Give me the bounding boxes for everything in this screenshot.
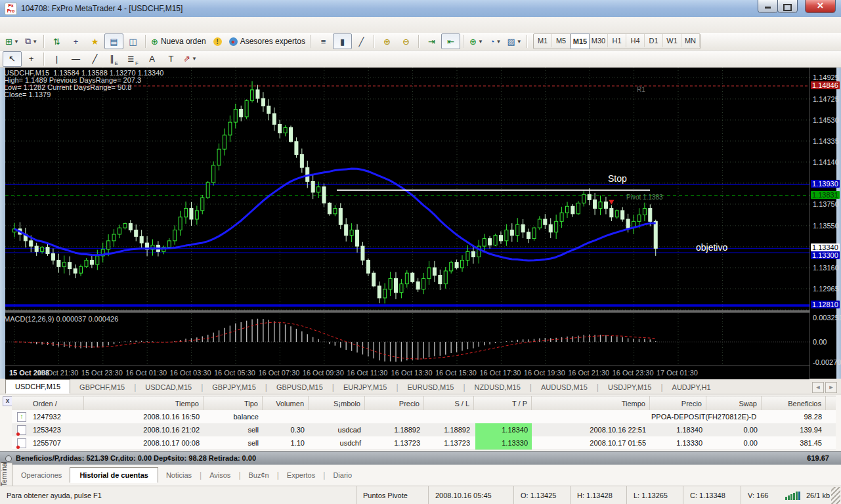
timeframe-m1[interactable]: M1: [534, 34, 552, 47]
text-tool-icon[interactable]: A: [142, 51, 162, 67]
periods-icon[interactable]: ◔▼: [486, 33, 505, 49]
chart-tab-audjpy-h1[interactable]: AUDJPY,H1: [663, 381, 720, 394]
terminal-tab-historial-de-cuentas[interactable]: Historial de cuentas: [70, 467, 158, 483]
chart-tab-gbpjpy-m15[interactable]: GBPJPY,M15: [203, 381, 265, 394]
market-watch-icon[interactable]: ⇅: [47, 33, 66, 49]
fibonacci-tool-icon[interactable]: ≣F: [123, 51, 142, 67]
auto-scroll-icon[interactable]: ⇥: [422, 33, 441, 49]
zoom-out-icon[interactable]: ⊖: [397, 33, 416, 49]
column-header-swap-2[interactable]: Swap: [708, 396, 762, 411]
timeframe-mn[interactable]: MN: [681, 34, 700, 47]
arrows-tool-icon[interactable]: ⇗▼: [181, 51, 200, 67]
trendline-tool-icon[interactable]: ╱: [85, 51, 104, 67]
column-header-precio[interactable]: Precio: [366, 396, 424, 411]
line-chart-mode-icon[interactable]: ╱: [352, 33, 371, 49]
indicators-icon[interactable]: ⊕▼: [467, 33, 486, 49]
new-chart-caret-icon[interactable]: ▼: [14, 39, 19, 45]
column-header-tipo[interactable]: Tipo: [205, 396, 263, 411]
pivot-label[interactable]: Pivot 1.1383: [626, 194, 663, 201]
toolbar-separator: [310, 35, 311, 48]
price-axis[interactable]: 1.149251.147251.145301.143351.141401.137…: [809, 68, 836, 379]
minimize-button[interactable]: [758, 0, 778, 13]
close-button[interactable]: ✕: [805, 0, 836, 13]
new-order-button[interactable]: ⊕Nueva orden: [149, 33, 208, 49]
terminal-tab-expertos[interactable]: Expertos: [279, 469, 323, 482]
chart-tab-gbpusd-m15[interactable]: GBPUSD,M15: [267, 381, 332, 394]
timeframe-m15[interactable]: M15: [571, 33, 590, 49]
order-row-1247932[interactable]: ↑12479322008.10.16 16:50balancePPOA-DEPO…: [12, 410, 836, 424]
order-row-1255707[interactable]: 12557072008.10.17 00:08sell1.10usdchf1.1…: [12, 436, 836, 450]
stop-label[interactable]: Stop: [608, 173, 627, 184]
navigator-icon[interactable]: ★: [85, 33, 104, 49]
timeframe-h1[interactable]: H1: [608, 34, 626, 47]
time-axis[interactable]: 15 Oct 200815 Oct 21:3015 Oct 23:3016 Oc…: [5, 366, 809, 379]
candlestick-mode-icon[interactable]: ▮: [333, 33, 352, 49]
terminal-panel-icon[interactable]: ▤: [104, 33, 123, 49]
crosshair-tool-icon[interactable]: +: [22, 51, 41, 67]
bar-chart-mode-icon[interactable]: ≡: [314, 33, 333, 49]
column-header-t-p[interactable]: T / P: [475, 396, 532, 411]
column-header-tiempo-2[interactable]: Tiempo: [533, 396, 650, 411]
maximize-button[interactable]: [777, 0, 798, 13]
terminal-tab-noticias[interactable]: Noticias: [158, 469, 200, 482]
timeframe-m5[interactable]: M5: [552, 34, 571, 47]
cursor-tool-icon[interactable]: ↖: [3, 51, 22, 67]
column-header-s-l[interactable]: S / L: [425, 396, 474, 411]
metaeditor-warning-icon[interactable]: !: [208, 33, 227, 49]
terminal-tab-diario[interactable]: Diario: [325, 469, 360, 482]
column-header-beneficios-2[interactable]: Beneficios: [763, 396, 826, 411]
price-axis-label: 1.13160: [813, 264, 839, 272]
tab-scroll-right-icon[interactable]: ►: [825, 382, 837, 393]
chart-shift-icon[interactable]: ⇤: [441, 33, 460, 49]
horizontal-line-tool-icon[interactable]: —: [66, 51, 85, 67]
title-bar[interactable]: Fx Pro 104708: FxPro MetaTrader 4 - [USD…: [0, 0, 841, 18]
indicators-caret-icon[interactable]: ▼: [478, 39, 483, 45]
terminal-side-tab[interactable]: Terminal: [0, 463, 12, 487]
timeframe-m30[interactable]: M30: [590, 34, 608, 47]
chart-tab-eurusd-m15[interactable]: EURUSD,M15: [399, 381, 464, 394]
text-label-tool-icon: T: [169, 54, 174, 64]
data-window-icon[interactable]: +: [66, 33, 85, 49]
column-header-precio-2[interactable]: Precio: [651, 396, 706, 411]
objetivo-label[interactable]: objetivo: [696, 242, 727, 253]
new-chart-icon[interactable]: ⊞▼: [3, 33, 22, 49]
channel-tool-icon[interactable]: ∥E: [104, 51, 123, 67]
zoom-in-icon[interactable]: ⊕: [377, 33, 397, 49]
profiles-caret-icon[interactable]: ▼: [32, 39, 37, 45]
column-header-volumen[interactable]: Volumen: [264, 396, 309, 411]
chart-tab-eurjpy-m15[interactable]: EURJPY,M15: [334, 381, 396, 394]
order-row-1253423[interactable]: 12534232008.10.16 21:02sell0.30usdcad1.1…: [12, 423, 836, 437]
terminal-panel: x Orden /TiempoTipoVolumenS¡mboloPrecioS…: [0, 394, 841, 486]
chart-tab-usdcad-m15[interactable]: USDCAD,M15: [136, 381, 201, 394]
text-label-tool-icon[interactable]: T: [162, 51, 181, 67]
column-header-orden[interactable]: Orden /: [29, 396, 84, 411]
main-chart-canvas[interactable]: StopobjetivoPivot 1.1383R1: [5, 68, 809, 310]
r1-label[interactable]: R1: [637, 86, 645, 93]
periods-caret-icon[interactable]: ▼: [496, 39, 501, 45]
zoom-in-icon: ⊕: [383, 37, 391, 47]
timeframe-h4[interactable]: H4: [626, 34, 645, 47]
timeframe-w1[interactable]: W1: [663, 34, 681, 47]
chart-tab-audusd-m15[interactable]: AUDUSD,M15: [532, 381, 597, 394]
macd-canvas[interactable]: [5, 313, 809, 366]
terminal-tab-operaciones[interactable]: Operaciones: [13, 469, 70, 482]
terminal-tab-avisos[interactable]: Avisos: [202, 469, 238, 482]
templates-icon[interactable]: ▨▼: [505, 33, 524, 49]
chart-tab-gbpchf-m15[interactable]: GBPCHF,M15: [70, 381, 134, 394]
chart-tab-usdchf-m15[interactable]: USDCHF,M15: [5, 379, 70, 394]
column-header-tiempo[interactable]: Tiempo: [85, 396, 204, 411]
strategy-tester-icon[interactable]: ◫: [123, 33, 142, 49]
chart-tab-usdjpy-m15[interactable]: USDJPY,M15: [599, 381, 660, 394]
resize-grip[interactable]: [831, 487, 840, 504]
templates-caret-icon[interactable]: ▼: [517, 39, 522, 45]
timeframe-d1[interactable]: D1: [645, 34, 663, 47]
tab-scroll-left-icon[interactable]: ◄: [812, 382, 824, 393]
arrows-tool-caret-icon[interactable]: ▼: [192, 56, 197, 62]
column-header-s-mbolo[interactable]: S¡mbolo: [310, 396, 365, 411]
chart-tab-nzdusd-m15[interactable]: NZDUSD,M15: [465, 381, 530, 394]
terminal-close-icon[interactable]: x: [3, 396, 12, 406]
terminal-tab-buz-n[interactable]: Buz¢n: [241, 469, 277, 482]
profiles-icon[interactable]: ⧉▼: [22, 33, 41, 49]
expert-advisors-button[interactable]: ●Asesores expertos: [227, 33, 307, 49]
vertical-line-tool-icon[interactable]: |: [47, 51, 66, 67]
